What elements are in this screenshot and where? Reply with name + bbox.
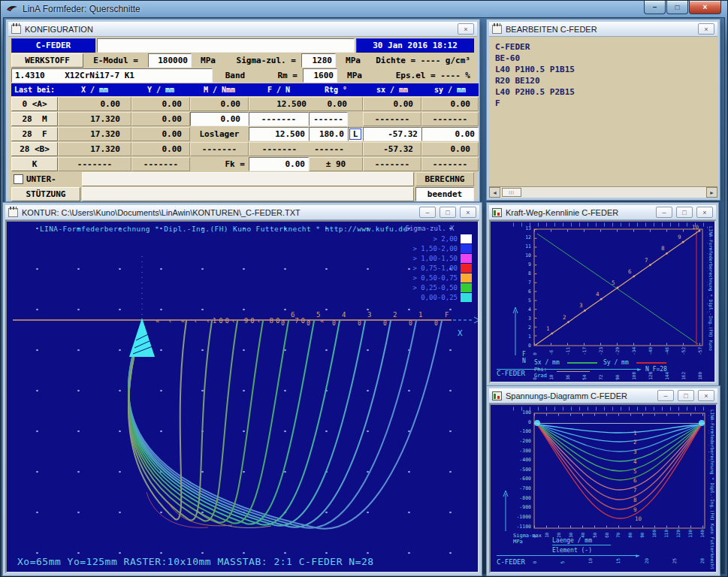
unterstuetzung-checkbox[interactable] [14, 174, 23, 184]
tick-label: 36 [566, 372, 570, 380]
kontur-minimize-icon[interactable]: – [419, 207, 436, 218]
svg-text:5: 5 [633, 468, 637, 475]
scroll-right-icon[interactable]: ► [706, 187, 717, 198]
spannung-minimize-icon[interactable]: – [657, 390, 674, 401]
m-field[interactable]: 0.00 [190, 112, 249, 126]
tick-label: 110 [664, 530, 669, 538]
kraftweg-title-bar[interactable]: Kraft-Weg-Kennlinie C-FEDER – □ × [489, 205, 716, 220]
rtg-value: 0.00 [307, 99, 347, 109]
kontur-title-bar[interactable]: KONTUR: C:\Users\Kuno\Documents\LinAwin\… [5, 205, 479, 220]
row-button-k[interactable]: K [11, 157, 58, 171]
station-number: 2 [393, 311, 397, 319]
konfiguration-title-bar[interactable]: KONFIGURATION × [8, 22, 477, 37]
table-cell: 0.00 [131, 127, 190, 141]
table-cell: 17.320 [58, 112, 131, 126]
minimize-button[interactable]: – [644, 1, 666, 14]
row-button-m[interactable]: 28 M [11, 112, 58, 126]
stuetzung-button[interactable]: STÜTZUNG [11, 187, 80, 201]
tick-label: -40 [648, 347, 653, 355]
station-number: 3 [367, 311, 371, 319]
zero-mark: 0 [281, 320, 285, 327]
eps-label: Eps.el = ---- % [372, 68, 474, 83]
svg-text:9: 9 [633, 506, 637, 513]
maximize-button[interactable]: □ [666, 1, 688, 14]
scrollbar-thumb[interactable]: ||| [502, 188, 521, 197]
row-button-b[interactable]: 28 <B> [11, 142, 58, 156]
tick-label: -6 [549, 347, 554, 355]
kontur-maximize-icon[interactable]: □ [440, 207, 456, 218]
kraftweg-y-ticks: 131211109876543210 [521, 226, 531, 349]
tick-label: 100 [652, 530, 657, 538]
station-number: 6 [291, 311, 295, 319]
svg-text:7: 7 [645, 257, 648, 264]
window-spannung: Spannungs-Diagramm C-FEDER – □ × [487, 386, 720, 575]
tick-label: 9 [528, 262, 531, 267]
kontur-title: KONTUR: C:\Users\Kuno\Documents\LinAwin\… [22, 208, 415, 217]
l-spacer [348, 112, 363, 126]
f-station-label: F [445, 311, 449, 319]
emodul-field[interactable]: 180000 [148, 53, 192, 68]
chart-icon [492, 391, 502, 400]
spannung-title: Spannungs-Diagramm C-FEDER [506, 391, 654, 400]
kraftweg-maximize-icon[interactable]: □ [676, 207, 693, 218]
tick-label: 54 [582, 372, 587, 380]
tick-label: -23 [599, 347, 603, 355]
tick-label: 5 [560, 558, 565, 563]
scroll-left-icon[interactable]: ◄ [489, 187, 500, 198]
horizontal-scrollbar[interactable]: ◄ ||| ► [489, 186, 717, 198]
rtg-field[interactable]: ------ [309, 112, 348, 126]
konfiguration-title: KONFIGURATION [25, 25, 454, 34]
svg-text:10: 10 [635, 515, 642, 522]
sy-field[interactable]: 0.00 [421, 127, 479, 141]
kraftweg-close-icon[interactable]: × [696, 207, 713, 218]
spannung-close-icon[interactable]: × [698, 390, 714, 401]
rtg-field[interactable]: 180.0 [309, 127, 348, 141]
f-field[interactable]: ------- [249, 112, 309, 126]
konfiguration-close-icon[interactable]: × [458, 23, 474, 35]
tick-label: -200 [519, 439, 531, 444]
legend-swatch [461, 283, 472, 292]
rm-label: Rm = [253, 68, 301, 83]
feder-button[interactable]: C-FEDER [11, 38, 95, 53]
legend-swatch [461, 244, 472, 253]
scrollbar-track[interactable]: ||| [500, 187, 706, 198]
sx-field[interactable]: -57.32 [363, 127, 421, 141]
loslager-toggle-button[interactable]: L [348, 127, 363, 141]
row-button-a[interactable]: 0 <A> [11, 97, 58, 111]
tick-label: 90 [615, 372, 620, 380]
window-controls: – □ × [643, 1, 721, 14]
row-button-f[interactable]: 28 F [11, 127, 58, 141]
kraftweg-minimize-icon[interactable]: – [656, 207, 672, 218]
zero-mark: 0 [409, 320, 412, 327]
material-field[interactable]: 1.4310 X12CrNi17-7 K1 [11, 68, 213, 83]
tick-label: 126 [648, 372, 653, 380]
sigma-unit: MPa [336, 53, 370, 68]
table-cell: 0.00 [131, 142, 190, 156]
tick-label: 50 [593, 530, 597, 538]
main-title-bar[interactable]: LinA Formfeder: Querschnitte [1, 1, 727, 17]
table-row: K ------- ------- Fk = 0.00 ± 90 -------… [11, 157, 474, 171]
stuetzung-field[interactable] [82, 187, 414, 201]
sigma-field[interactable]: 1280 [301, 53, 336, 68]
table-cell: 0.00 [190, 97, 249, 111]
bearbeiten-close-icon[interactable]: × [698, 23, 714, 35]
name-field[interactable] [97, 38, 355, 53]
rm-field[interactable]: 1600 [303, 68, 337, 83]
unterstuetzung-field[interactable] [82, 172, 414, 186]
station-number: 1 [418, 311, 422, 319]
right-end-glow [699, 420, 705, 426]
kontur-plot-area: « ‹ « ‹ ‹100‹ 90‹ 80‹ 70‹ « 6 5 4 3 2 1 … [5, 220, 479, 573]
editor-textarea[interactable]: C-FEDER BE-60 L40 P1H0.5 P1B15 R20 BE120… [489, 37, 717, 186]
werkstoff-button[interactable]: WERKSTOFF [11, 53, 83, 68]
spannung-maximize-icon[interactable]: □ [678, 390, 694, 401]
f-axis-label: F [522, 351, 526, 358]
tick-label: 0 [528, 343, 531, 349]
unterstuetzung-row-1: UNTER- [11, 172, 80, 186]
bearbeiten-title-bar[interactable]: BEARBEITEN C-FEDER × [489, 22, 717, 37]
f-field[interactable]: 12.500 [249, 127, 309, 141]
close-button[interactable]: × [689, 1, 721, 14]
table-cell: 0.00 [131, 97, 190, 111]
kontur-close-icon[interactable]: × [460, 207, 476, 218]
fk-field[interactable]: 0.00 [249, 157, 309, 171]
spannung-title-bar[interactable]: Spannungs-Diagramm C-FEDER – □ × [489, 388, 717, 403]
